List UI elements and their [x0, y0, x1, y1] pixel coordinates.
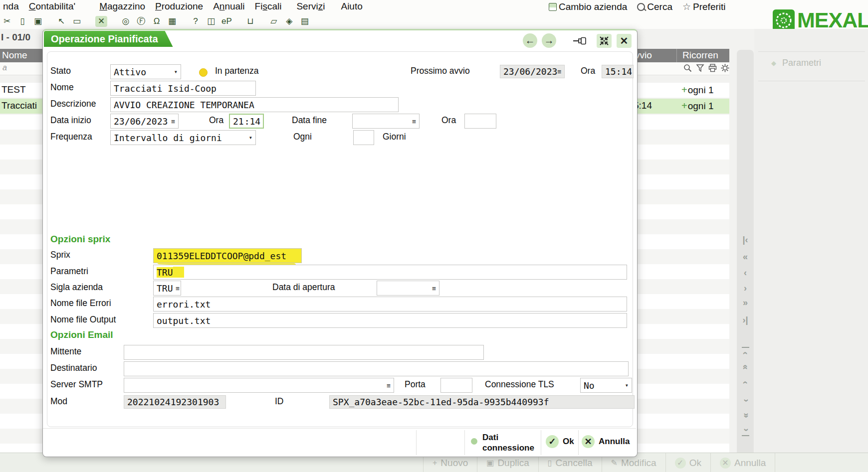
stato-select[interactable]: Attivo▾: [110, 64, 181, 79]
nome-file-output-input[interactable]: output.txt: [153, 313, 627, 328]
window-title-fragment: I - 01/0: [1, 32, 30, 43]
parametri-input[interactable]: TRU: [153, 265, 627, 280]
menubar-preferiti-button[interactable]: ☆Preferiti: [682, 1, 726, 12]
data-inizio-input[interactable]: 23/06/2023≡: [110, 114, 179, 129]
help-icon[interactable]: ?: [191, 16, 201, 27]
menu-item-annuali[interactable]: Annuali: [213, 1, 244, 12]
function-keys-icon[interactable]: Ⓕ: [136, 16, 146, 27]
stato-label: Stato: [50, 66, 71, 76]
snapshot-icon[interactable]: ◎: [121, 16, 131, 27]
dialog-title-tab: Operazione Pianificata: [44, 31, 173, 47]
forward-button[interactable]: →: [542, 33, 556, 48]
frequenza-select[interactable]: Intervallo di giorni▾: [110, 130, 256, 145]
nome-label: Nome: [50, 82, 74, 93]
manual-search-icon[interactable]: ◫: [206, 16, 216, 27]
cart-icon[interactable]: ⊔: [245, 16, 255, 27]
annulla-button-disabled[interactable]: ✕Annulla: [710, 453, 775, 472]
compress-window-icon[interactable]: ✕: [95, 16, 107, 27]
menubar: ndaContabilita'MagazzinoProduzioneAnnual…: [3, 1, 363, 12]
archive-icon[interactable]: ▱: [269, 16, 279, 27]
sprix-input[interactable]: 011359ELEDDTCOOP@pdd_est: [153, 248, 302, 263]
column-header-avvio[interactable]: vvio: [635, 50, 652, 61]
giorni-label: Giorni: [383, 132, 406, 142]
settings-gear-icon[interactable]: [721, 64, 729, 72]
menu-item-magazzino[interactable]: Magazzino: [99, 1, 145, 12]
menubar-cerca-button[interactable]: Cerca: [637, 1, 672, 12]
sprix-label: Sprix: [50, 250, 70, 260]
footer-separator: [464, 430, 465, 455]
pointer-click-icon[interactable]: ↖: [56, 16, 66, 27]
parametri-button-disabled[interactable]: ◆ Parametri: [771, 58, 821, 68]
pin-button[interactable]: [573, 36, 590, 45]
porta-input[interactable]: [440, 378, 472, 393]
field-menu-icon: ≡: [171, 118, 175, 125]
field-menu-icon: ≡: [176, 285, 180, 292]
frequenza-label: Frequenza: [50, 132, 92, 142]
copy-icon[interactable]: ▣: [33, 16, 43, 27]
paste-icon[interactable]: ▯: [17, 16, 27, 27]
print-icon[interactable]: [708, 64, 717, 72]
back-button[interactable]: ←: [523, 33, 537, 48]
column-header-ricorren[interactable]: Ricorren: [682, 50, 718, 61]
zoom-search-icon[interactable]: [683, 64, 692, 72]
scroll-up-icon[interactable]: ‹: [737, 377, 754, 388]
table-tools: [683, 64, 729, 72]
ogni-input[interactable]: [353, 130, 374, 145]
cross-icon: ✕: [720, 458, 731, 469]
plus-icon: +: [681, 84, 687, 96]
calculator-icon[interactable]: ▦: [167, 16, 177, 27]
data-apertura-input[interactable]: ≡: [377, 281, 439, 296]
ora-inizio-label: Ora: [209, 115, 223, 126]
annulla-button[interactable]: ✕ Annulla: [582, 435, 630, 448]
chevron-down-icon: ▾: [249, 134, 252, 141]
menu-item-servizi[interactable]: Servizi: [296, 1, 325, 12]
menu-item-aiuto[interactable]: Aiuto: [341, 1, 362, 12]
fast-right-icon[interactable]: »: [737, 298, 754, 308]
data-fine-input[interactable]: ≡: [352, 114, 420, 129]
field-menu-icon: ≡: [387, 382, 391, 389]
dati-connessione-button[interactable]: Dati connessione: [471, 432, 541, 454]
id-label: ID: [275, 396, 284, 407]
nome-file-errori-input[interactable]: errori.txt: [153, 297, 627, 312]
tag-icon[interactable]: ◈: [284, 16, 294, 27]
menu-item-fiscali[interactable]: Fiscali: [255, 1, 282, 12]
document-icon[interactable]: ▤: [300, 16, 310, 27]
scroll-page-up-icon[interactable]: «: [737, 362, 754, 372]
left-icon[interactable]: ‹: [737, 268, 754, 278]
sigla-azienda-input[interactable]: TRU≡: [153, 281, 181, 296]
workstation-settings-icon[interactable]: ▭: [72, 16, 82, 27]
chevron-down-icon: ▾: [625, 382, 629, 389]
fast-left-icon[interactable]: «: [737, 252, 754, 262]
ok-button-disabled[interactable]: ✓Ok: [665, 453, 710, 472]
mod-field-readonly: 20221024192301903: [124, 395, 226, 409]
descrizione-input[interactable]: AVVIO CREAZIONE TEMPORANEA: [110, 97, 399, 112]
column-header-nome[interactable]: Nome: [2, 50, 27, 61]
connessione-tls-select[interactable]: No▾: [580, 378, 632, 393]
scroll-down-icon[interactable]: ‹: [737, 395, 754, 406]
mittente-input[interactable]: [124, 345, 484, 360]
scroll-top-icon[interactable]: ‹: [737, 347, 754, 358]
cut-icon[interactable]: ✂: [2, 16, 12, 27]
compress-button[interactable]: [597, 34, 612, 48]
server-smtp-input[interactable]: ≡: [124, 378, 394, 393]
last-column-icon[interactable]: ›|: [737, 315, 754, 325]
menu-item-produzione[interactable]: Produzione: [155, 1, 203, 12]
menu-item-contabilita[interactable]: Contabilita': [29, 1, 75, 12]
ora-fine-input[interactable]: [464, 114, 496, 129]
right-icon[interactable]: ›: [737, 283, 754, 294]
nome-file-errori-label: Nome file Errori: [50, 298, 111, 309]
scroll-bottom-icon[interactable]: ‹: [737, 425, 754, 436]
menu-item-nda[interactable]: nda: [3, 1, 19, 12]
ok-button[interactable]: ✓ Ok: [546, 435, 574, 448]
first-column-icon[interactable]: |‹: [737, 235, 754, 245]
passweb-icon[interactable]: eP: [221, 16, 232, 27]
ogni-label: Ogni: [293, 132, 312, 142]
omega-icon[interactable]: Ω: [152, 16, 162, 27]
filter-funnel-icon[interactable]: [696, 64, 704, 72]
nome-input[interactable]: Tracciati Isid-Coop: [110, 81, 256, 96]
ora-inizio-input-focused[interactable]: 21:14: [229, 114, 264, 129]
close-button[interactable]: ✕: [617, 34, 632, 48]
destinatario-input[interactable]: [124, 361, 629, 376]
menubar-cambio-azienda-button[interactable]: Cambio azienda: [549, 1, 627, 12]
scroll-page-down-icon[interactable]: «: [737, 410, 754, 421]
